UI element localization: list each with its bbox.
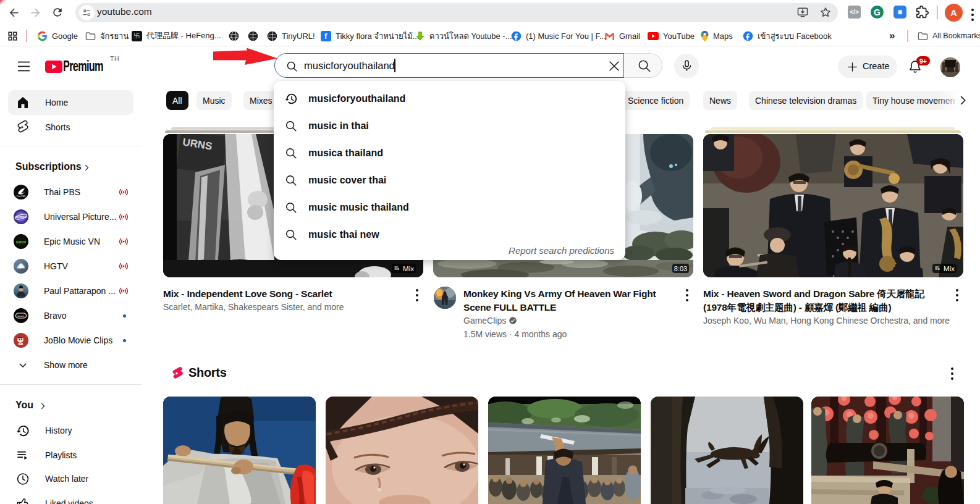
svg-text:Thai PBS: Thai PBS bbox=[17, 195, 26, 198]
svg-text:EMVN: EMVN bbox=[16, 240, 26, 244]
svg-text:UNIVERSAL: UNIVERSAL bbox=[15, 216, 27, 219]
svg-text:HGTV: HGTV bbox=[17, 266, 26, 269]
svg-text:bravo: bravo bbox=[18, 314, 25, 317]
